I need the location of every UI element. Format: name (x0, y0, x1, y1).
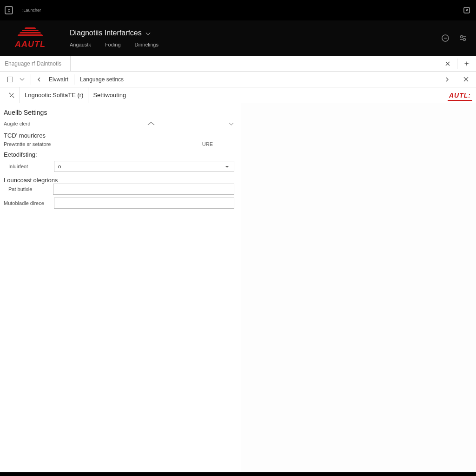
window-titlebar: Aut :Launcher (0, 0, 476, 20)
section-tcd: TCD' mouricres (4, 132, 234, 139)
chevron-down-icon[interactable] (230, 121, 234, 126)
chevron-down-icon[interactable] (146, 30, 151, 37)
logo-text: AAUTL (15, 40, 46, 49)
sparkle-icon[interactable] (462, 59, 471, 68)
address-bar: Ehaguage rf Daintnotis (0, 56, 476, 72)
app-icon (5, 6, 13, 14)
row-agile[interactable]: Augile clerd (4, 119, 234, 128)
settings-panel: Auellb Settings Augile clerd TCD' mouric… (0, 103, 241, 472)
toolbar-action-1[interactable]: Elvwairt (45, 72, 72, 87)
field-module: Mutobladle direce (4, 198, 234, 209)
field-module-label: Mutobladle direce (4, 200, 50, 206)
field-pat: Pat butixle (4, 184, 234, 195)
nav-item-2[interactable]: Dinnelings (135, 42, 159, 47)
logo-arc-icon (17, 27, 43, 39)
svg-point-2 (461, 36, 463, 38)
nav-item-1[interactable]: Foding (105, 42, 121, 47)
toolbar-close[interactable] (460, 77, 472, 82)
pat-input[interactable] (53, 184, 234, 195)
tab-diagnostic[interactable]: Lngnootic SofitaTE (r) (20, 87, 88, 103)
row-presentation-label: Prewtntte sr setatore (4, 141, 51, 147)
settings-icon[interactable] (458, 33, 468, 43)
brand-small: AUTL: (448, 91, 472, 101)
module-input[interactable] (54, 198, 234, 209)
toolbar: Elvwairt Language setincs (0, 72, 476, 87)
section-launch-options: Louncoast olegrions (4, 177, 234, 184)
titlebar-label: :Launcher (22, 8, 41, 13)
toolbar-action-2-label: Language setincs (80, 76, 124, 83)
toolbar-forward[interactable] (441, 77, 453, 82)
section-editing: Eetodifsting: (4, 151, 234, 158)
content-area: Auellb Settings Augile clerd TCD' mouric… (0, 103, 476, 472)
footer-bar (0, 472, 476, 476)
breadcrumb[interactable]: Ehaguage rf Daintnotis (0, 56, 71, 71)
row-presentation-value: URE (202, 141, 234, 147)
chevron-up-icon[interactable] (147, 121, 155, 126)
header-nav: Angaustk Foding Dinnelings (70, 42, 441, 47)
toolbar-checkbox[interactable] (4, 72, 17, 87)
preview-panel (241, 103, 476, 472)
toolbar-back[interactable] (33, 72, 45, 87)
toolbar-dropdown[interactable] (17, 72, 29, 87)
tab-tools[interactable] (4, 87, 20, 103)
section-audio-settings: Auellb Settings (4, 109, 234, 116)
titlebar-controls (462, 6, 471, 15)
header-main: Diagnotiis Interfarfces Angaustk Foding … (60, 20, 441, 56)
tab-settings-label: Settiwouting (93, 92, 126, 99)
tab-diagnostic-label: Lngnootic SofitaTE (r) (25, 92, 83, 99)
nav-item-0[interactable]: Angaustk (70, 42, 91, 47)
row-presentation: Prewtntte sr setatore URE (4, 140, 234, 148)
tab-settings[interactable]: Settiwouting (88, 87, 131, 103)
svg-rect-4 (8, 77, 13, 82)
interface-select[interactable]: o (54, 161, 234, 172)
toolbar-action-2[interactable]: Language setincs (76, 72, 127, 87)
app-header: AAUTL Diagnotiis Interfarfces Angaustk F… (0, 20, 476, 56)
field-interface: Inluirfeot o (4, 161, 234, 172)
toolbar-action-1-label: Elvwairt (49, 76, 68, 83)
clear-icon[interactable] (443, 59, 452, 68)
header-actions (441, 20, 476, 56)
brand-logo: AAUTL (0, 20, 60, 56)
titlebar-left: Aut :Launcher (5, 6, 41, 14)
search-input[interactable] (71, 60, 438, 67)
header-title: Diagnotiis Interfarfces (70, 29, 142, 37)
tools-icon (8, 92, 15, 99)
sync-icon[interactable] (441, 33, 450, 43)
field-interface-label: Inluirfeot (4, 164, 50, 169)
maximize-icon[interactable] (462, 6, 471, 15)
tab-bar: Lngnootic SofitaTE (r) Settiwouting AUTL… (0, 87, 476, 103)
svg-point-3 (463, 39, 466, 41)
row-agile-label: Augile clerd (4, 121, 30, 126)
